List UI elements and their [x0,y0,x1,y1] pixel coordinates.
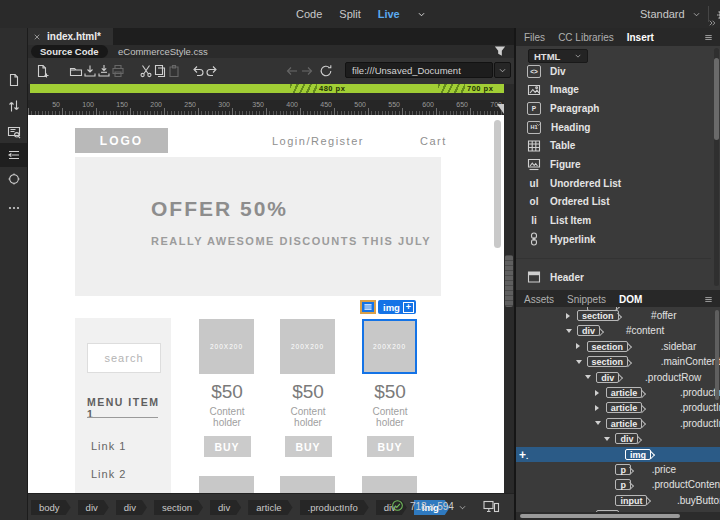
dom-tag[interactable]: article [606,387,643,398]
insert-scrollbar[interactable] [714,48,719,286]
dom-tag[interactable]: div [596,372,619,383]
panel-menu-icon[interactable] [703,33,714,42]
dom-tag[interactable]: p [615,479,631,490]
dom-row-p-productContent[interactable]: p.productContent [516,477,720,492]
sync-settings-icon[interactable] [716,6,720,22]
splitter-handle[interactable] [505,255,513,307]
product-image-placeholder[interactable] [362,476,417,493]
tag-selector-item[interactable]: div [78,500,109,515]
panel-tab-assets[interactable]: Assets [524,294,554,305]
dom-tag[interactable]: section [587,341,629,352]
code-format-icon[interactable] [0,143,27,167]
chevron-right-icon[interactable] [566,313,570,319]
dom-row-div[interactable]: div [516,431,720,446]
chevron-down-icon[interactable] [566,329,572,333]
product-image-placeholder[interactable] [199,476,254,493]
insert-scrollbar-thumb[interactable] [714,58,719,140]
media-query-track[interactable]: 480 px 700 px [30,84,505,93]
filter-icon[interactable] [492,43,508,59]
product-image-placeholder[interactable] [280,476,335,493]
chevron-right-icon[interactable] [576,343,580,349]
page-link-1[interactable]: Link 1 [91,440,126,452]
page-search-input[interactable]: search [87,343,161,373]
live-code-icon[interactable] [0,120,27,144]
buy-button[interactable]: BUY [367,436,414,457]
buy-button[interactable]: BUY [285,436,332,457]
close-icon[interactable] [33,33,41,41]
refresh-icon[interactable] [318,63,334,79]
dom-tag[interactable]: article [606,418,643,429]
dom-vscrollbar-thumb[interactable] [715,310,719,400]
insert-item-div[interactable]: <>Div [516,62,711,80]
dom-row-p-price[interactable]: p.price [516,462,720,477]
insert-item-paragraph[interactable]: PParagraph [516,99,711,117]
chevron-down-icon[interactable] [604,437,610,441]
address-dropdown-chevron-icon[interactable] [494,62,511,78]
tag-selector-item[interactable]: body [31,500,71,515]
mq-marker-700[interactable]: 700 px [467,84,493,93]
live-options-chevron-icon[interactable] [417,10,426,19]
insert-item-hyperlink[interactable]: Hyperlink [516,230,711,248]
window-size-chevron-icon[interactable] [458,503,467,512]
inspect-icon[interactable] [0,167,27,191]
mq-marker-480[interactable]: 480 px [319,84,345,93]
more-icon[interactable] [0,196,27,220]
insert-item-header[interactable]: Header [516,268,711,286]
element-display-menu-icon[interactable] [360,300,376,314]
insert-item-table[interactable]: Table [516,137,711,155]
device-preview-icon[interactable] [483,499,500,514]
insert-item-list-item[interactable]: liList Item [516,212,711,230]
dom-row-div-content[interactable]: div#content [516,323,720,338]
tag-selector-item[interactable]: div [116,500,147,515]
dom-row-section-sidebar[interactable]: section.sidebar [516,339,720,354]
panel-tab-files[interactable]: Files [524,32,545,43]
dom-tag[interactable]: div [577,325,600,336]
panel-splitter[interactable] [504,84,514,493]
page-scrollbar-thumb[interactable] [494,120,501,248]
dom-tag[interactable]: input [615,495,647,506]
document-icon[interactable] [0,68,27,92]
chevron-right-icon[interactable] [595,405,599,411]
page-link-2[interactable]: Link 2 [91,468,126,480]
element-display-add-button[interactable]: + [403,302,414,313]
tag-selector-item[interactable]: section [154,500,203,515]
chevron-down-icon[interactable] [585,375,591,379]
insert-item-figure[interactable]: Figure [516,156,711,174]
window-size-display[interactable]: 718 x 594 [410,501,454,512]
file-transfer-icon[interactable] [0,94,27,118]
linting-ok-icon[interactable] [391,499,404,512]
tag-selector-item[interactable]: article [248,500,292,515]
dom-row-section-offer[interactable]: section#offer [516,308,720,323]
view-mode-live[interactable]: Live [378,8,400,20]
insert-item-unordered-list[interactable]: ulUnordered List [516,174,711,192]
panel-tab-snippets[interactable]: Snippets [567,294,606,305]
dom-row-input-buyButton[interactable]: input.buyButton [516,493,720,508]
dom-tag[interactable]: section [587,356,629,367]
redo-icon[interactable] [204,63,220,79]
view-mode-code[interactable]: Code [296,8,322,20]
dom-row-section-mainContent[interactable]: section.mainContent [516,354,720,369]
document-tab[interactable]: index.html* [28,28,113,45]
tag-selector-item[interactable]: .productInfo [300,500,369,515]
element-display-tag-label[interactable]: img [383,302,400,313]
page-nav-cart[interactable]: Cart [420,135,447,147]
dom-row-article-productInfo[interactable]: article.productInfo [516,385,720,400]
collapse-panels-icon[interactable] [708,19,716,27]
product-image-placeholder[interactable]: 200X200 [362,319,417,374]
dom-tag[interactable]: article [606,402,643,413]
panel-tab-insert[interactable]: Insert [627,32,654,43]
product-image-placeholder[interactable]: 200X200 [199,319,254,374]
address-bar[interactable]: file:///Unsaved_Document [345,62,493,78]
dom-hscrollbar[interactable] [516,512,720,520]
insert-category-dropdown[interactable]: HTML [528,49,588,63]
page-nav-login[interactable]: Login/Register [272,135,364,147]
related-file-source-code[interactable]: Source Code [31,45,108,58]
dom-row-article-productInfo[interactable]: article.productInfo [516,400,720,415]
insert-item-image[interactable]: Image [516,81,711,99]
dom-tag[interactable]: img [625,449,651,460]
chevron-down-icon[interactable] [576,360,582,364]
dom-row-img[interactable]: img+. [516,447,720,462]
insert-item-heading[interactable]: H1Heading [516,118,711,136]
chevron-down-icon[interactable] [595,421,601,425]
new-file-icon[interactable] [34,63,50,79]
